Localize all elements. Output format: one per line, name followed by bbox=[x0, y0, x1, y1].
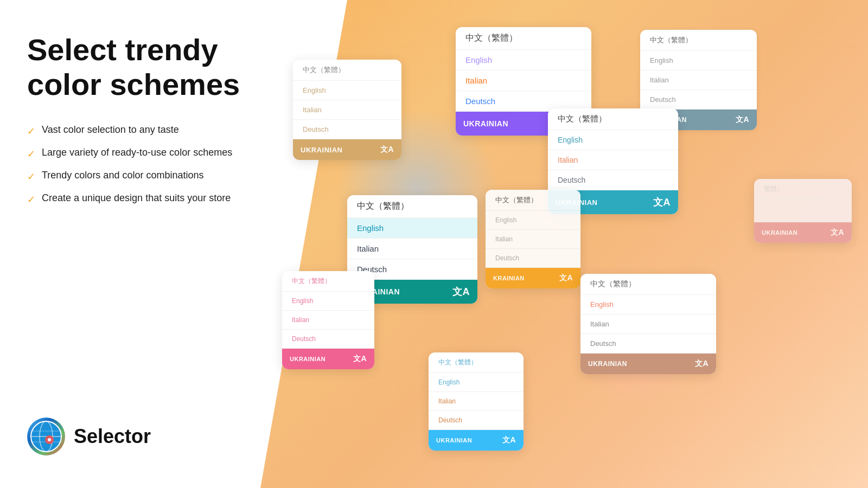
card8-header: 中文（繁體） bbox=[429, 352, 524, 373]
logo-globe bbox=[27, 418, 65, 455]
check-icon: ✓ bbox=[27, 125, 35, 137]
feature-item: ✓ Large variety of ready-to-use color sc… bbox=[27, 147, 255, 160]
card4-row1[interactable]: English bbox=[548, 130, 678, 150]
main-title: Select trendy color schemes bbox=[27, 33, 255, 102]
card8-row1[interactable]: English bbox=[429, 373, 524, 392]
feature-item: ✓ Trendy colors and color combinations bbox=[27, 170, 255, 183]
translate-icon: 文A bbox=[653, 196, 671, 209]
card9-header: 中文（繁體） bbox=[580, 274, 716, 295]
lang-card-8[interactable]: 中文（繁體） English Italian Deutsch UKRAINIAN… bbox=[429, 352, 524, 451]
card8-row2[interactable]: Italian bbox=[429, 392, 524, 411]
translate-icon: 文A bbox=[380, 145, 394, 155]
lang-card-1[interactable]: 中文（繁體） English Italian Deutsch UKRAINIAN… bbox=[293, 60, 401, 160]
card6-row1[interactable]: English bbox=[282, 292, 374, 311]
svg-point-7 bbox=[48, 438, 51, 441]
card9-footer[interactable]: UKRAINIAN 文A bbox=[580, 354, 716, 374]
card10-footer[interactable]: UKRAINIAN 文A bbox=[754, 222, 852, 243]
card4-header: 中文（繁體） bbox=[548, 108, 678, 130]
card9-row1[interactable]: English bbox=[580, 295, 716, 314]
card4-row3[interactable]: Deutsch bbox=[548, 170, 678, 190]
translate-icon: 文A bbox=[831, 228, 844, 237]
lang-card-7[interactable]: 中文（繁體） English Italian Deutsch KRAINIAN … bbox=[486, 190, 580, 288]
card3-header: 中文（繁體） bbox=[640, 30, 757, 51]
card7-row3[interactable]: Deutsch bbox=[486, 249, 580, 268]
logo-name: Selector bbox=[74, 425, 151, 448]
translate-icon: 文A bbox=[502, 435, 516, 445]
card3-row1[interactable]: English bbox=[640, 51, 757, 70]
card2-header: 中文（繁體） bbox=[456, 27, 591, 50]
translate-icon: 文A bbox=[559, 273, 573, 283]
card4-row2[interactable]: Italian bbox=[548, 150, 678, 170]
translate-icon: 文A bbox=[452, 285, 470, 298]
lang-card-9[interactable]: 中文（繁體） English Italian Deutsch UKRAINIAN… bbox=[580, 274, 716, 374]
card1-footer[interactable]: UKRAINIAN 文A bbox=[293, 139, 401, 160]
card10-row2 bbox=[754, 211, 852, 222]
card10-header: 繁體） bbox=[754, 179, 852, 200]
translate-icon: 文A bbox=[353, 354, 367, 364]
feature-item: ✓ Vast color selection to any taste bbox=[27, 124, 255, 137]
logo-area: Selector bbox=[27, 418, 255, 455]
check-icon: ✓ bbox=[27, 171, 35, 183]
globe-svg bbox=[30, 420, 62, 453]
card3-row2[interactable]: Italian bbox=[640, 70, 757, 90]
card1-row2[interactable]: Italian bbox=[293, 100, 401, 120]
card8-footer[interactable]: UKRAINIAN 文A bbox=[429, 430, 524, 451]
card2-row1[interactable]: English bbox=[456, 50, 591, 70]
card5-header: 中文（繁體） bbox=[347, 195, 477, 218]
card7-row1[interactable]: English bbox=[486, 211, 580, 230]
check-icon: ✓ bbox=[27, 148, 35, 160]
lang-card-6[interactable]: 中文（繁體） English Italian Deutsch UKRAINIAN… bbox=[282, 271, 374, 369]
translate-icon: 文A bbox=[695, 359, 709, 369]
card1-header: 中文（繁體） bbox=[293, 60, 401, 81]
card9-row2[interactable]: Italian bbox=[580, 314, 716, 334]
translate-icon: 文A bbox=[736, 115, 749, 125]
lang-card-10[interactable]: 繁體） UKRAINIAN 文A bbox=[754, 179, 852, 243]
check-icon: ✓ bbox=[27, 194, 35, 206]
card2-row2[interactable]: Italian bbox=[456, 70, 591, 91]
card6-row2[interactable]: Italian bbox=[282, 311, 374, 330]
card5-row1[interactable]: English bbox=[347, 218, 477, 239]
card3-row3[interactable]: Deutsch bbox=[640, 90, 757, 110]
card7-row2[interactable]: Italian bbox=[486, 230, 580, 249]
card8-row3[interactable]: Deutsch bbox=[429, 411, 524, 430]
hero-content: Select trendy color schemes ✓ Vast color… bbox=[27, 33, 255, 227]
card5-row2[interactable]: Italian bbox=[347, 239, 477, 259]
card9-row3[interactable]: Deutsch bbox=[580, 334, 716, 354]
left-panel: Select trendy color schemes ✓ Vast color… bbox=[0, 0, 282, 488]
card6-row3[interactable]: Deutsch bbox=[282, 330, 374, 349]
features-list: ✓ Vast color selection to any taste ✓ La… bbox=[27, 124, 255, 206]
card10-row1 bbox=[754, 200, 852, 211]
card7-footer[interactable]: KRAINIAN 文A bbox=[486, 268, 580, 288]
card6-header: 中文（繁體） bbox=[282, 271, 374, 292]
feature-item: ✓ Create a unique design that suits your… bbox=[27, 192, 255, 206]
card1-row1[interactable]: English bbox=[293, 81, 401, 100]
card7-header: 中文（繁體） bbox=[486, 190, 580, 211]
card1-row3[interactable]: Deutsch bbox=[293, 120, 401, 139]
card6-footer[interactable]: UKRAINIAN 文A bbox=[282, 349, 374, 369]
